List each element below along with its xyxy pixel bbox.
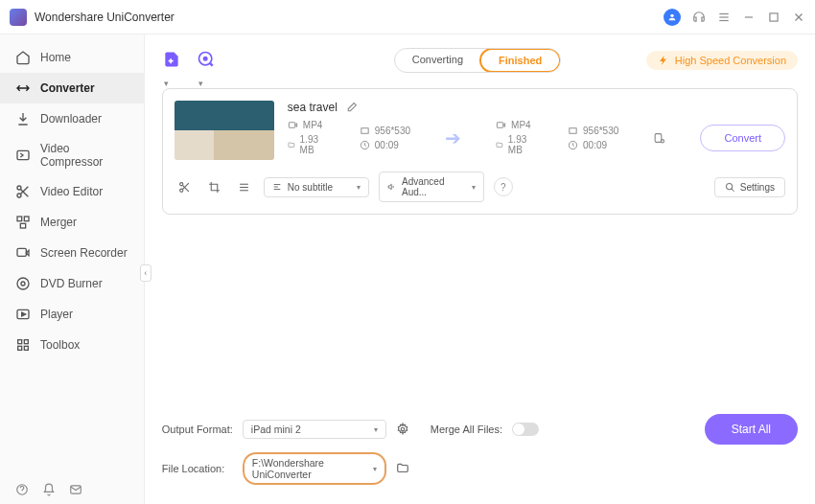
crop-icon[interactable]: [208, 181, 221, 194]
dst-size: 1.93 MB: [508, 134, 533, 155]
arrow-icon: ➔: [445, 126, 461, 149]
svg-marker-20: [22, 312, 26, 316]
sidebar-item-label: Video Compressor: [40, 142, 128, 169]
output-format-value: iPad mini 2: [251, 424, 301, 435]
add-dvd-button[interactable]: ▾: [197, 50, 218, 71]
svg-rect-33: [570, 127, 576, 133]
convert-button[interactable]: Convert: [700, 125, 785, 151]
file-thumbnail[interactable]: [175, 101, 274, 160]
sidebar: Home Converter Downloader Video Compress…: [0, 34, 145, 504]
home-icon: [15, 50, 31, 65]
subtitle-icon: [272, 182, 282, 192]
sidebar-item-recorder[interactable]: Screen Recorder: [0, 238, 144, 268]
sidebar-item-label: Toolbox: [40, 338, 80, 352]
tab-group: Converting Finished: [394, 48, 561, 73]
src-resolution: 956*530: [375, 126, 410, 136]
player-icon: [15, 307, 31, 322]
toolbox-icon: [15, 337, 31, 353]
sidebar-item-converter[interactable]: Converter: [0, 73, 144, 103]
preset-icon[interactable]: [653, 129, 665, 147]
sidebar-item-merger[interactable]: Merger: [0, 207, 144, 238]
app-title: Wondershare UniConverter: [35, 11, 175, 24]
help-icon[interactable]: [15, 483, 29, 496]
user-icon[interactable]: [664, 9, 681, 26]
svg-rect-29: [289, 123, 294, 128]
folder-open-icon[interactable]: [396, 462, 409, 475]
titlebar: Wondershare UniConverter: [0, 0, 815, 34]
file-location-select[interactable]: F:\Wondershare UniConverter▾: [243, 452, 386, 485]
bottom-bar: Output Format: iPad mini 2▾ Merge All Fi…: [162, 404, 798, 504]
hsc-label: High Speed Conversion: [675, 55, 786, 66]
svg-rect-5: [770, 12, 778, 20]
dst-format: MP4: [511, 120, 531, 130]
clock-icon: [568, 140, 578, 150]
svg-rect-14: [24, 217, 29, 221]
sidebar-item-downloader[interactable]: Downloader: [0, 103, 144, 134]
gear-icon[interactable]: [396, 423, 409, 436]
sidebar-item-toolbox[interactable]: Toolbox: [0, 330, 144, 360]
add-file-button[interactable]: ▾: [162, 50, 183, 71]
settings-button[interactable]: Settings: [714, 177, 785, 197]
tab-converting[interactable]: Converting: [395, 49, 480, 72]
merge-toggle[interactable]: [512, 423, 539, 436]
bolt-icon: [658, 55, 669, 66]
mail-icon[interactable]: [69, 483, 82, 496]
resolution-icon: [568, 126, 578, 136]
svg-point-18: [21, 282, 25, 286]
svg-rect-32: [497, 123, 502, 128]
sidebar-item-label: Merger: [40, 216, 77, 229]
toolbar: ▾ ▾ Converting Finished High Speed Conve…: [162, 44, 798, 77]
file-location-value: F:\Wondershare UniConverter: [252, 457, 373, 480]
video-icon: [496, 120, 506, 130]
sidebar-item-label: Converter: [40, 81, 95, 95]
svg-line-45: [732, 188, 734, 191]
recorder-icon: [15, 245, 31, 261]
clock-icon: [360, 140, 370, 150]
list-icon[interactable]: [238, 181, 250, 194]
dst-resolution: 956*530: [583, 126, 618, 136]
file-card: sea travel MP4 1.93 MB 956*530 00:09 ➔: [162, 88, 798, 215]
bell-icon[interactable]: [42, 483, 56, 496]
subtitle-label: No subtitle: [288, 182, 333, 193]
svg-rect-23: [18, 346, 22, 350]
sidebar-item-player[interactable]: Player: [0, 299, 144, 330]
sidebar-item-editor[interactable]: Video Editor: [0, 176, 144, 207]
svg-rect-15: [20, 223, 25, 228]
svg-rect-22: [24, 340, 28, 344]
sidebar-item-home[interactable]: Home: [0, 42, 144, 73]
svg-point-36: [662, 139, 664, 142]
edit-icon[interactable]: [345, 102, 358, 114]
sidebar-item-compressor[interactable]: Video Compressor: [0, 134, 144, 176]
file-title: sea travel: [288, 101, 338, 114]
audio-dropdown[interactable]: Advanced Aud... ▾: [379, 172, 484, 202]
svg-rect-16: [17, 248, 26, 256]
dvd-icon: [15, 276, 31, 291]
folder-icon: [496, 140, 503, 150]
subtitle-dropdown[interactable]: No subtitle ▾: [264, 177, 369, 197]
start-all-button[interactable]: Start All: [705, 414, 798, 445]
high-speed-conversion-toggle[interactable]: High Speed Conversion: [646, 51, 798, 70]
merge-label: Merge All Files:: [431, 424, 502, 435]
svg-point-44: [726, 183, 732, 189]
menu-icon[interactable]: [717, 11, 731, 24]
headset-icon[interactable]: [692, 11, 706, 24]
download-icon: [15, 111, 31, 126]
svg-rect-21: [18, 340, 22, 344]
close-icon[interactable]: [792, 11, 805, 24]
src-size: 1.93 MB: [300, 134, 325, 155]
maximize-icon[interactable]: [767, 11, 780, 24]
resolution-icon: [360, 126, 370, 136]
help-circle-icon[interactable]: ?: [494, 177, 513, 196]
sidebar-item-label: DVD Burner: [40, 277, 103, 290]
output-format-select[interactable]: iPad mini 2▾: [243, 420, 386, 439]
merge-icon: [15, 215, 31, 230]
tab-finished[interactable]: Finished: [479, 48, 561, 73]
src-duration: 00:09: [375, 140, 399, 150]
svg-rect-13: [17, 217, 22, 221]
cut-icon[interactable]: [178, 181, 191, 194]
app-logo: [10, 9, 27, 26]
minimize-icon[interactable]: [742, 11, 756, 24]
sidebar-item-dvd[interactable]: DVD Burner: [0, 268, 144, 299]
scissors-icon: [15, 184, 31, 199]
src-format: MP4: [303, 120, 323, 130]
